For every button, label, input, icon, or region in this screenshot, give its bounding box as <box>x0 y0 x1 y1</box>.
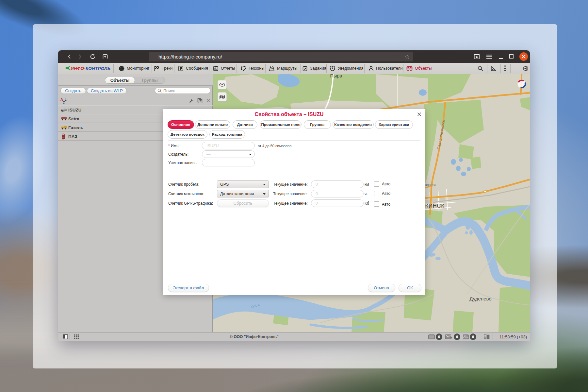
svg-text:ЖИНСК: ЖИНСК <box>423 203 445 209</box>
svg-text:Пыра: Пыра <box>330 74 343 78</box>
svg-text:Z: Z <box>63 101 65 104</box>
svg-text:апаева: апаева <box>425 183 436 187</box>
svg-text:Дуденево: Дуденево <box>469 296 491 301</box>
